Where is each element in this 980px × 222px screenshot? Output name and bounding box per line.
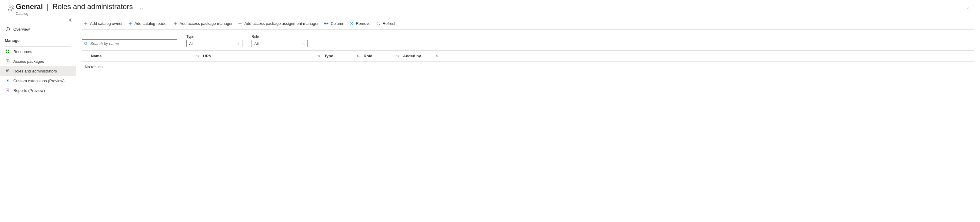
sort-icon	[317, 54, 321, 58]
column-button[interactable]: Column	[324, 18, 344, 29]
filter-type-select[interactable]: All	[186, 40, 242, 47]
sidebar-item-label: Overview	[13, 27, 30, 32]
sidebar-collapse-button[interactable]	[68, 17, 74, 23]
sidebar-item-resources[interactable]: Resources	[0, 47, 76, 56]
refresh-icon	[376, 21, 380, 26]
info-icon	[5, 26, 10, 32]
sidebar-section-manage: Manage	[0, 34, 76, 45]
svg-point-11	[8, 69, 9, 70]
sidebar-item-access-packages[interactable]: Access packages	[0, 56, 76, 66]
table-header-row: Name UPN Type Role	[82, 51, 974, 62]
sidebar-item-label: Resources	[13, 50, 32, 54]
sort-icon	[396, 54, 399, 58]
close-icon	[350, 22, 354, 26]
svg-point-15	[84, 42, 87, 44]
filter-role-select[interactable]: All	[251, 40, 307, 47]
sort-icon	[356, 54, 360, 58]
column-header-role[interactable]: Role	[364, 54, 403, 58]
search-input-wrapper[interactable]	[82, 40, 177, 47]
sidebar-item-custom-extensions[interactable]: Custom extensions (Preview)	[0, 76, 76, 86]
add-catalog-owner-button[interactable]: Add catalog owner	[84, 18, 123, 29]
page-title: General | Roles and administrators	[16, 2, 133, 11]
svg-rect-9	[7, 61, 8, 62]
table-empty-row: No results	[82, 62, 974, 72]
package-icon	[5, 59, 10, 64]
more-menu-button[interactable]: ···	[138, 5, 143, 11]
sidebar-item-label: Roles and administrators	[13, 69, 57, 73]
page-title-block: General | Roles and administrators Catal…	[16, 2, 133, 16]
filter-type-label: Type	[186, 35, 242, 39]
plus-icon	[173, 22, 178, 26]
column-header-upn[interactable]: UPN	[203, 54, 324, 58]
svg-point-10	[6, 69, 8, 71]
chevron-down-icon	[236, 42, 240, 45]
columns-icon	[324, 22, 328, 26]
filter-role-label: Role	[251, 35, 307, 39]
svg-rect-8	[7, 60, 8, 61]
svg-rect-6	[8, 52, 9, 53]
extension-icon	[5, 78, 10, 83]
command-bar: Add catalog owner Add catalog reader Add…	[82, 18, 974, 30]
column-header-name[interactable]: Name	[82, 54, 203, 58]
add-access-package-manager-button[interactable]: Add access package manager	[173, 18, 233, 29]
svg-rect-5	[6, 52, 7, 53]
search-input[interactable]	[90, 41, 175, 46]
plus-icon	[128, 22, 132, 26]
add-catalog-reader-button[interactable]: Add catalog reader	[128, 18, 168, 29]
close-button[interactable]	[964, 4, 972, 13]
sidebar-item-label: Access packages	[13, 59, 44, 64]
svg-point-1	[12, 6, 13, 7]
plus-icon	[84, 22, 88, 26]
refresh-button[interactable]: Refresh	[376, 18, 397, 29]
sidebar-item-label: Custom extensions (Preview)	[13, 78, 65, 83]
svg-rect-3	[6, 50, 7, 51]
grid-icon	[5, 49, 10, 54]
column-header-type[interactable]: Type	[324, 54, 364, 58]
plus-icon	[238, 22, 242, 26]
people-icon	[6, 4, 16, 12]
page-subtitle: Catalog	[16, 11, 133, 16]
sidebar-item-roles-administrators[interactable]: Roles and administrators	[0, 66, 76, 76]
svg-rect-4	[8, 50, 9, 51]
sort-icon	[435, 54, 439, 58]
sidebar-item-reports[interactable]: Reports (Preview)	[0, 86, 76, 95]
results-table: Name UPN Type Role	[82, 50, 974, 72]
report-icon	[5, 88, 10, 93]
svg-point-0	[9, 6, 11, 8]
remove-button[interactable]: Remove	[350, 18, 370, 29]
add-access-package-assignment-manager-button[interactable]: Add access package assignment manager	[238, 18, 318, 29]
chevron-down-icon	[301, 42, 305, 45]
search-icon	[84, 42, 88, 45]
filter-row: Type All Role All	[82, 30, 974, 50]
sidebar: Overview Manage Resources Access package…	[0, 16, 76, 222]
people-small-icon	[5, 68, 10, 74]
sidebar-item-label: Reports (Preview)	[13, 88, 45, 93]
column-header-added-by[interactable]: Added by	[403, 54, 442, 58]
sort-icon	[196, 54, 199, 58]
svg-rect-13	[7, 80, 8, 81]
sidebar-item-overview[interactable]: Overview	[0, 24, 76, 34]
